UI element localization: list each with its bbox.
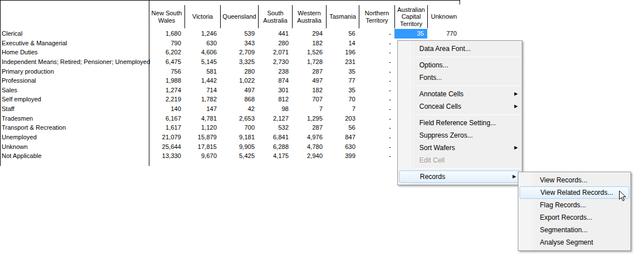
data-cell[interactable]: 9,905 — [220, 142, 258, 152]
data-cell[interactable]: 1,442 — [184, 76, 220, 86]
data-cell[interactable]: 756 — [149, 67, 184, 76]
data-cell[interactable]: 1,022 — [220, 76, 258, 86]
data-cell[interactable]: 147 — [184, 104, 220, 114]
data-cell[interactable]: 287 — [292, 123, 326, 133]
menu-item-fonts[interactable]: Fonts... — [398, 71, 522, 84]
menu-item-suppress-zeros[interactable]: Suppress Zeros... — [398, 129, 522, 142]
data-cell[interactable]: 7 — [326, 104, 359, 114]
data-cell[interactable]: 1,617 — [149, 123, 184, 133]
data-cell[interactable]: 35 — [326, 86, 359, 95]
data-cell[interactable]: - — [359, 29, 394, 39]
data-cell[interactable]: 700 — [220, 123, 258, 133]
data-cell[interactable]: 1,782 — [184, 95, 220, 104]
data-cell[interactable]: 399 — [326, 151, 359, 161]
row-label[interactable]: Primary production — [0, 67, 149, 76]
row-label[interactable]: Transport & Recreation — [0, 123, 149, 133]
data-cell[interactable]: - — [359, 57, 394, 67]
data-cell[interactable]: - — [359, 67, 394, 76]
row-label[interactable]: Home Duties — [0, 48, 149, 57]
data-cell[interactable]: 15,879 — [184, 133, 220, 142]
data-cell[interactable]: 812 — [258, 95, 292, 104]
data-cell[interactable]: 4,175 — [258, 151, 292, 161]
data-cell[interactable]: 6,841 — [258, 133, 292, 142]
column-header[interactable]: Victoria — [184, 5, 220, 28]
data-cell[interactable]: - — [359, 86, 394, 95]
data-cell[interactable]: 196 — [326, 48, 359, 57]
data-cell[interactable]: 280 — [258, 39, 292, 48]
submenu-item-segmentation[interactable]: Segmentation... — [518, 224, 630, 236]
data-cell[interactable]: 630 — [326, 142, 359, 152]
row-label[interactable]: Not Applicable — [0, 151, 149, 161]
submenu-item-view-related-records[interactable]: View Related Records... — [520, 186, 629, 199]
menu-item-conceal-cells[interactable]: Conceal Cells▶ — [398, 100, 522, 113]
data-cell[interactable]: 2,653 — [220, 114, 258, 123]
data-cell[interactable]: 497 — [220, 86, 258, 95]
data-cell[interactable]: 301 — [258, 86, 292, 95]
row-label[interactable]: Self employed — [0, 95, 149, 104]
data-cell[interactable]: 581 — [184, 67, 220, 76]
data-cell[interactable]: - — [359, 39, 394, 48]
data-cell[interactable]: 9,181 — [220, 133, 258, 142]
data-cell[interactable]: 1,295 — [292, 114, 326, 123]
data-cell[interactable]: 770 — [427, 29, 460, 39]
data-cell[interactable]: 5,425 — [220, 151, 258, 161]
menu-item-field-reference-setting[interactable]: Field Reference Setting... — [398, 117, 522, 129]
data-cell[interactable]: 238 — [258, 67, 292, 76]
data-cell[interactable]: 13,330 — [149, 151, 184, 161]
data-cell[interactable]: 874 — [258, 76, 292, 86]
data-cell[interactable]: 35 — [326, 67, 359, 76]
data-cell[interactable]: 17,815 — [184, 142, 220, 152]
row-label[interactable]: Unemployed — [0, 133, 149, 142]
data-cell[interactable]: 6,202 — [149, 48, 184, 57]
submenu-item-flag-records[interactable]: Flag Records... — [518, 199, 630, 211]
data-cell[interactable]: 42 — [220, 104, 258, 114]
column-header[interactable]: Tasmania — [326, 5, 359, 28]
data-cell[interactable]: 868 — [220, 95, 258, 104]
data-cell[interactable]: 790 — [149, 39, 184, 48]
column-header[interactable]: Queensland — [220, 5, 258, 28]
data-cell[interactable]: 497 — [292, 76, 326, 86]
menu-item-sort-wafers[interactable]: Sort Wafers▶ — [398, 142, 522, 154]
data-cell[interactable]: 2,709 — [220, 48, 258, 57]
column-header[interactable]: Northern Territory — [359, 5, 394, 28]
data-cell[interactable]: 77 — [326, 76, 359, 86]
row-label[interactable]: Tradesmen — [0, 114, 149, 123]
data-cell[interactable]: 539 — [220, 29, 258, 39]
data-cell[interactable]: 2,219 — [149, 95, 184, 104]
data-cell[interactable]: 532 — [258, 123, 292, 133]
data-cell[interactable]: 1,120 — [184, 123, 220, 133]
row-label[interactable]: Sales — [0, 86, 149, 95]
data-cell[interactable]: - — [359, 123, 394, 133]
data-cell[interactable]: - — [359, 104, 394, 114]
data-cell[interactable]: 56 — [326, 123, 359, 133]
data-cell[interactable]: 6,288 — [258, 142, 292, 152]
data-cell[interactable]: 2,730 — [258, 57, 292, 67]
row-label[interactable]: Clerical — [0, 29, 149, 39]
row-label[interactable]: Executive & Managerial — [0, 39, 149, 48]
data-cell[interactable]: 441 — [258, 29, 292, 39]
data-cell[interactable]: 630 — [184, 39, 220, 48]
data-cell[interactable]: 6,475 — [149, 57, 184, 67]
data-cell[interactable]: 1,274 — [149, 86, 184, 95]
data-cell[interactable]: 3,325 — [220, 57, 258, 67]
data-cell[interactable]: 98 — [258, 104, 292, 114]
data-cell[interactable]: 1,988 — [149, 76, 184, 86]
data-cell[interactable]: 1,728 — [292, 57, 326, 67]
data-cell[interactable]: 2,071 — [258, 48, 292, 57]
data-cell[interactable]: 4,781 — [184, 114, 220, 123]
data-cell[interactable]: - — [359, 48, 394, 57]
data-cell[interactable]: 5,145 — [184, 57, 220, 67]
row-label[interactable]: Staff — [0, 104, 149, 114]
row-label[interactable]: Professional — [0, 76, 149, 86]
row-label[interactable]: Independent Means; Retired; Pensioner; U… — [0, 57, 149, 67]
data-cell[interactable]: 7 — [292, 104, 326, 114]
data-cell[interactable]: 140 — [149, 104, 184, 114]
column-header[interactable]: Western Australia — [292, 5, 326, 28]
data-cell[interactable]: 182 — [292, 39, 326, 48]
menu-item-records[interactable]: Records▶ — [399, 170, 521, 183]
data-cell[interactable]: - — [359, 133, 394, 142]
data-cell[interactable]: - — [359, 151, 394, 161]
data-cell[interactable]: 14 — [326, 39, 359, 48]
data-cell[interactable]: 847 — [326, 133, 359, 142]
data-cell[interactable]: 203 — [326, 114, 359, 123]
